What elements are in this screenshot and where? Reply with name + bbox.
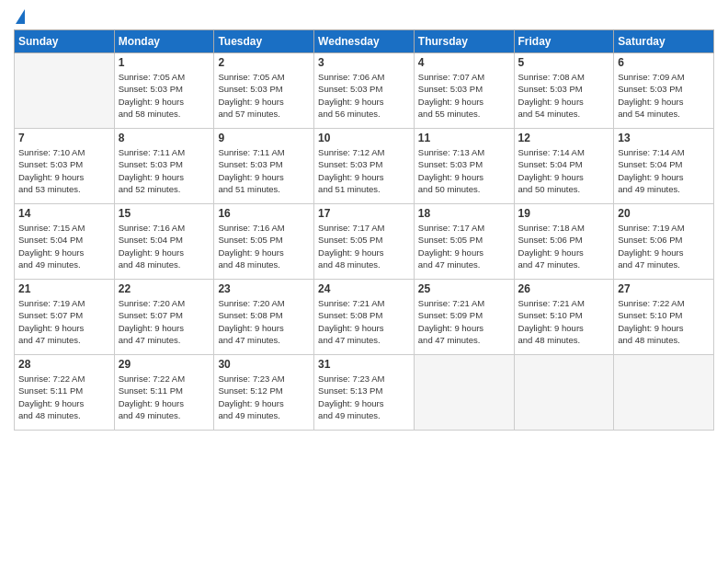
calendar-cell: 4Sunrise: 7:07 AMSunset: 5:03 PMDaylight…	[414, 53, 514, 129]
day-info: Sunrise: 7:11 AMSunset: 5:03 PMDaylight:…	[218, 146, 310, 195]
calendar-cell: 30Sunrise: 7:23 AMSunset: 5:12 PMDayligh…	[214, 355, 314, 431]
day-info: Sunrise: 7:11 AMSunset: 5:03 PMDaylight:…	[119, 146, 210, 195]
calendar-cell: 10Sunrise: 7:12 AMSunset: 5:03 PMDayligh…	[314, 129, 415, 204]
day-info: Sunrise: 7:09 AMSunset: 5:03 PMDaylight:…	[618, 71, 710, 120]
day-info: Sunrise: 7:16 AMSunset: 5:04 PMDaylight:…	[119, 222, 210, 270]
column-header-saturday: Saturday	[614, 30, 714, 53]
day-number: 2	[218, 56, 310, 69]
day-info: Sunrise: 7:23 AMSunset: 5:13 PMDaylight:…	[318, 373, 410, 421]
calendar-cell: 16Sunrise: 7:16 AMSunset: 5:05 PMDayligh…	[214, 204, 314, 280]
day-number: 22	[119, 282, 210, 295]
calendar-header-row: SundayMondayTuesdayWednesdayThursdayFrid…	[15, 30, 714, 53]
day-number: 12	[518, 132, 610, 144]
calendar-cell	[614, 355, 714, 431]
day-number: 7	[18, 132, 110, 144]
day-info: Sunrise: 7:08 AMSunset: 5:03 PMDaylight:…	[518, 71, 610, 120]
day-number: 25	[418, 282, 510, 295]
day-info: Sunrise: 7:22 AMSunset: 5:11 PMDaylight:…	[18, 373, 110, 421]
calendar-cell: 24Sunrise: 7:21 AMSunset: 5:08 PMDayligh…	[314, 280, 415, 355]
logo-text	[14, 9, 25, 24]
day-info: Sunrise: 7:07 AMSunset: 5:03 PMDaylight:…	[418, 71, 510, 120]
day-number: 26	[518, 282, 610, 295]
day-number: 15	[119, 207, 210, 220]
day-number: 5	[518, 56, 610, 69]
day-number: 28	[18, 358, 110, 371]
calendar-cell: 15Sunrise: 7:16 AMSunset: 5:04 PMDayligh…	[114, 204, 214, 280]
day-info: Sunrise: 7:18 AMSunset: 5:06 PMDaylight:…	[518, 222, 610, 270]
day-info: Sunrise: 7:19 AMSunset: 5:06 PMDaylight:…	[618, 222, 710, 270]
calendar-cell: 6Sunrise: 7:09 AMSunset: 5:03 PMDaylight…	[614, 53, 714, 129]
day-number: 19	[518, 207, 610, 220]
day-info: Sunrise: 7:06 AMSunset: 5:03 PMDaylight:…	[318, 71, 410, 120]
calendar-cell: 25Sunrise: 7:21 AMSunset: 5:09 PMDayligh…	[414, 280, 514, 355]
calendar-cell: 31Sunrise: 7:23 AMSunset: 5:13 PMDayligh…	[314, 355, 415, 431]
day-info: Sunrise: 7:12 AMSunset: 5:03 PMDaylight:…	[318, 146, 410, 195]
day-number: 20	[618, 207, 710, 220]
calendar-cell	[514, 355, 614, 431]
day-number: 10	[318, 132, 410, 144]
column-header-monday: Monday	[114, 30, 214, 53]
day-info: Sunrise: 7:19 AMSunset: 5:07 PMDaylight:…	[18, 297, 110, 346]
calendar-cell: 1Sunrise: 7:05 AMSunset: 5:03 PMDaylight…	[114, 53, 214, 129]
day-number: 11	[418, 132, 510, 144]
calendar-cell: 7Sunrise: 7:10 AMSunset: 5:03 PMDaylight…	[15, 129, 115, 204]
calendar-cell: 14Sunrise: 7:15 AMSunset: 5:04 PMDayligh…	[15, 204, 115, 280]
page: SundayMondayTuesdayWednesdayThursdayFrid…	[0, 0, 728, 563]
calendar-cell: 3Sunrise: 7:06 AMSunset: 5:03 PMDaylight…	[314, 53, 415, 129]
logo	[14, 9, 25, 24]
calendar-table: SundayMondayTuesdayWednesdayThursdayFrid…	[14, 29, 714, 431]
day-info: Sunrise: 7:20 AMSunset: 5:08 PMDaylight:…	[218, 297, 310, 346]
day-number: 21	[18, 282, 110, 295]
calendar-cell: 20Sunrise: 7:19 AMSunset: 5:06 PMDayligh…	[614, 204, 714, 280]
day-info: Sunrise: 7:20 AMSunset: 5:07 PMDaylight:…	[119, 297, 210, 346]
column-header-wednesday: Wednesday	[314, 30, 415, 53]
calendar-cell	[15, 53, 115, 129]
day-info: Sunrise: 7:17 AMSunset: 5:05 PMDaylight:…	[318, 222, 410, 270]
week-row-2: 7Sunrise: 7:10 AMSunset: 5:03 PMDaylight…	[15, 129, 714, 204]
week-row-5: 28Sunrise: 7:22 AMSunset: 5:11 PMDayligh…	[15, 355, 714, 431]
calendar-cell: 19Sunrise: 7:18 AMSunset: 5:06 PMDayligh…	[514, 204, 614, 280]
week-row-3: 14Sunrise: 7:15 AMSunset: 5:04 PMDayligh…	[15, 204, 714, 280]
day-info: Sunrise: 7:21 AMSunset: 5:10 PMDaylight:…	[518, 297, 610, 346]
column-header-tuesday: Tuesday	[214, 30, 314, 53]
calendar-cell: 27Sunrise: 7:22 AMSunset: 5:10 PMDayligh…	[614, 280, 714, 355]
calendar-cell: 23Sunrise: 7:20 AMSunset: 5:08 PMDayligh…	[214, 280, 314, 355]
week-row-1: 1Sunrise: 7:05 AMSunset: 5:03 PMDaylight…	[15, 53, 714, 129]
day-info: Sunrise: 7:21 AMSunset: 5:08 PMDaylight:…	[318, 297, 410, 346]
column-header-friday: Friday	[514, 30, 614, 53]
day-info: Sunrise: 7:23 AMSunset: 5:12 PMDaylight:…	[218, 373, 310, 421]
calendar-cell: 13Sunrise: 7:14 AMSunset: 5:04 PMDayligh…	[614, 129, 714, 204]
calendar-cell: 28Sunrise: 7:22 AMSunset: 5:11 PMDayligh…	[15, 355, 115, 431]
column-header-sunday: Sunday	[15, 30, 115, 53]
day-info: Sunrise: 7:15 AMSunset: 5:04 PMDaylight:…	[18, 222, 110, 270]
day-number: 24	[318, 282, 410, 295]
day-number: 1	[119, 56, 210, 69]
day-number: 6	[618, 56, 710, 69]
day-number: 4	[418, 56, 510, 69]
day-info: Sunrise: 7:21 AMSunset: 5:09 PMDaylight:…	[418, 297, 510, 346]
day-number: 23	[218, 282, 310, 295]
calendar-cell: 18Sunrise: 7:17 AMSunset: 5:05 PMDayligh…	[414, 204, 514, 280]
day-number: 18	[418, 207, 510, 220]
header	[14, 9, 714, 24]
day-info: Sunrise: 7:22 AMSunset: 5:10 PMDaylight:…	[618, 297, 710, 346]
week-row-4: 21Sunrise: 7:19 AMSunset: 5:07 PMDayligh…	[15, 280, 714, 355]
column-header-thursday: Thursday	[414, 30, 514, 53]
calendar-cell: 5Sunrise: 7:08 AMSunset: 5:03 PMDaylight…	[514, 53, 614, 129]
calendar-cell	[414, 355, 514, 431]
day-info: Sunrise: 7:05 AMSunset: 5:03 PMDaylight:…	[119, 71, 210, 120]
calendar-cell: 22Sunrise: 7:20 AMSunset: 5:07 PMDayligh…	[114, 280, 214, 355]
day-info: Sunrise: 7:14 AMSunset: 5:04 PMDaylight:…	[618, 146, 710, 195]
calendar-cell: 12Sunrise: 7:14 AMSunset: 5:04 PMDayligh…	[514, 129, 614, 204]
day-info: Sunrise: 7:13 AMSunset: 5:03 PMDaylight:…	[418, 146, 510, 195]
day-number: 14	[18, 207, 110, 220]
day-number: 31	[318, 358, 410, 371]
day-number: 8	[119, 132, 210, 144]
day-info: Sunrise: 7:17 AMSunset: 5:05 PMDaylight:…	[418, 222, 510, 270]
day-number: 30	[218, 358, 310, 371]
day-info: Sunrise: 7:10 AMSunset: 5:03 PMDaylight:…	[18, 146, 110, 195]
day-number: 16	[218, 207, 310, 220]
day-info: Sunrise: 7:16 AMSunset: 5:05 PMDaylight:…	[218, 222, 310, 270]
calendar-cell: 9Sunrise: 7:11 AMSunset: 5:03 PMDaylight…	[214, 129, 314, 204]
day-number: 29	[119, 358, 210, 371]
